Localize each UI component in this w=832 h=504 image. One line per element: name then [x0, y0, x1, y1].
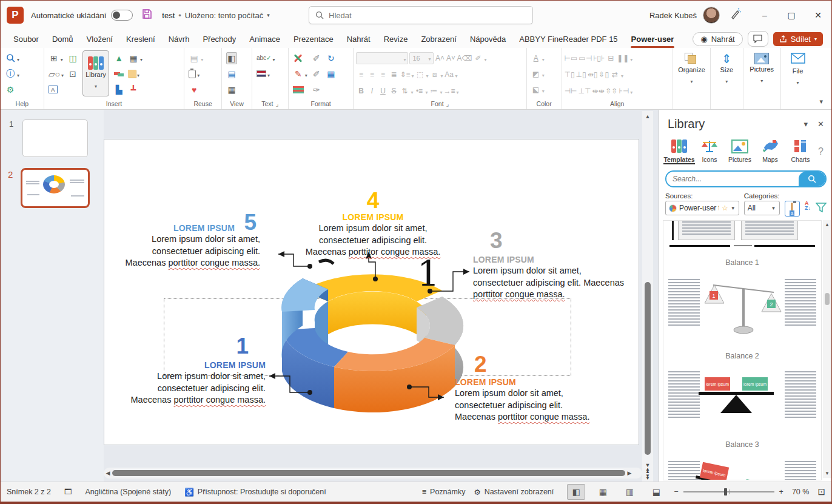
library-search-input[interactable]	[666, 172, 799, 186]
clear-format-icon[interactable]: A⌫	[457, 54, 472, 62]
stretch-width-icon[interactable]: ⇹▯	[588, 70, 598, 79]
chevron-down-icon[interactable]	[272, 53, 275, 64]
library-scrollbar[interactable]: ▲ ▼	[823, 220, 831, 478]
library-search-button[interactable]	[799, 172, 825, 186]
vertical-scroll-thumb[interactable]	[645, 282, 651, 455]
tab-napoveda[interactable]: Nápověda	[463, 32, 512, 47]
marker-icon[interactable]: ✎	[293, 68, 304, 80]
template-item-balance-3[interactable]: lorem ipsum lorem ipsum	[663, 455, 821, 480]
center-vertical-icon[interactable]: ⊟	[606, 54, 616, 62]
zoom-slider-track[interactable]	[683, 491, 774, 492]
tab-prezentace[interactable]: Prezentace	[287, 32, 340, 47]
big-number-label[interactable]: 1	[417, 256, 440, 291]
align-right-icon[interactable]: ≡	[378, 70, 387, 79]
chevron-down-icon[interactable]	[267, 69, 270, 79]
fill-color-icon[interactable]: ◩	[531, 70, 541, 78]
tab-soubor[interactable]: Soubor	[7, 32, 45, 47]
help-icon[interactable]: ?	[818, 146, 824, 157]
layers-icon[interactable]	[113, 68, 124, 80]
scroll-up-icon[interactable]: ▲	[643, 111, 652, 119]
font-size-dropdown[interactable]: 16	[409, 52, 434, 64]
display-settings-button[interactable]: ⚙Nastavení zobrazení	[474, 488, 554, 497]
zoom-level[interactable]: 70 %	[792, 488, 810, 496]
slide-thumbnail-1[interactable]	[22, 119, 88, 157]
slide-thumbnail-2[interactable]	[21, 168, 90, 208]
language-flag-icon[interactable]	[257, 70, 266, 77]
help-search-icon[interactable]	[5, 52, 16, 64]
stretch-height-icon[interactable]: ⇳▯	[599, 70, 609, 79]
align-top-icon[interactable]: ⊤▯	[565, 70, 575, 79]
chart-icon[interactable]: ▙	[113, 84, 124, 96]
tab-domu[interactable]: Domů	[45, 32, 80, 47]
align-bottom-icon[interactable]: ⊥▯	[576, 70, 586, 79]
template-item-balance-2[interactable]: lorem ipsum lorem ipsum	[663, 366, 821, 429]
dialog-launcher-icon[interactable]: ⌟	[275, 100, 278, 107]
justify-icon[interactable]: ≣	[389, 70, 398, 79]
comments-button[interactable]	[748, 31, 768, 47]
previous-slide-icon[interactable]: ▲▲	[645, 468, 650, 473]
align-middle-v-icon[interactable]: ⊥⊤	[578, 87, 591, 95]
scroll-right-icon[interactable]: ▶	[625, 470, 634, 476]
colored-table-icon[interactable]: ▦	[326, 68, 337, 80]
record-button[interactable]: ◉Nahrát	[693, 32, 742, 46]
stamp-icon[interactable]: ┻	[128, 84, 139, 96]
size-button[interactable]: ⇕ Size	[713, 50, 740, 86]
match-height-icon[interactable]: ⇳⇳	[605, 87, 617, 95]
normal-view-button[interactable]: ◧	[567, 484, 585, 500]
pen-strike-icon[interactable]: ✐	[311, 68, 322, 80]
zoom-out-icon[interactable]: −	[674, 488, 678, 496]
chevron-down-icon[interactable]	[17, 53, 19, 64]
change-case-icon[interactable]: Aa	[445, 70, 454, 79]
tab-revize[interactable]: Revize	[377, 32, 415, 47]
organize-button[interactable]: Organize	[676, 50, 708, 86]
autosave-toggle[interactable]	[111, 10, 133, 21]
banner-view-icon[interactable]: ▤	[226, 68, 237, 80]
scroll-up-icon[interactable]: ▲	[823, 220, 831, 227]
pyramid-icon[interactable]: ▲	[113, 52, 124, 64]
horizontal-scrollbar[interactable]: ◀ ▶	[104, 468, 642, 479]
text-block-5[interactable]: 5 LOREM IPSUM Lorem ipsum dolor sit amet…	[110, 211, 260, 269]
spellcheck-icon[interactable]: abc✓	[257, 52, 272, 64]
maximize-button[interactable]: ▢	[778, 3, 805, 27]
scroll-down-icon[interactable]: ▼	[823, 471, 831, 478]
zoom-in-icon[interactable]: +	[779, 488, 783, 496]
text-block-3[interactable]: 3 LOREM IPSUM Lorem ipsum dolor sit amet…	[473, 229, 625, 300]
tab-animace[interactable]: Animace	[243, 32, 287, 47]
table-icon[interactable]: ▦	[128, 52, 139, 64]
tools-icon[interactable]	[293, 53, 303, 63]
shapes-icon[interactable]: ▱○	[49, 68, 60, 80]
sources-dropdown[interactable]: Power-user t ☆ ▼	[665, 201, 739, 215]
chevron-down-icon[interactable]	[140, 53, 143, 64]
numbered-list-icon[interactable]: ≔	[429, 87, 439, 95]
sticky-note-icon[interactable]	[128, 70, 136, 78]
text-box-icon[interactable]: A	[49, 86, 58, 93]
slide-indicator[interactable]: Snímek 2 z 2	[7, 488, 51, 496]
align-middle-h-icon[interactable]: ⊣⊢	[565, 87, 577, 95]
slide-canvas[interactable]: 5 LOREM IPSUM Lorem ipsum dolor sit amet…	[104, 139, 639, 445]
font-name-dropdown[interactable]	[356, 52, 408, 64]
template-item-partial[interactable]	[663, 221, 821, 252]
chevron-down-icon[interactable]	[17, 69, 19, 79]
tab-power-user[interactable]: Power-user	[625, 32, 681, 47]
duplicate-slide-icon[interactable]: ◫	[67, 52, 78, 64]
fit-to-window-icon[interactable]: ⊡	[817, 486, 825, 497]
indent-icon[interactable]: →≡	[444, 87, 455, 95]
chevron-down-icon[interactable]	[305, 69, 307, 79]
swap-icon[interactable]: ⇄	[610, 70, 620, 79]
center-horizontal-icon[interactable]: ⊦▯⊦	[593, 54, 605, 62]
slideshow-view-button[interactable]: ⬓	[647, 484, 665, 500]
tab-abbyy[interactable]: ABBYY FineReader PDF 15	[512, 32, 624, 47]
text-fit-icon[interactable]: ⧈	[430, 70, 440, 79]
accessibility-status[interactable]: ♿Přístupnost: Prostudujte si doporučení	[184, 488, 326, 497]
minimize-button[interactable]: –	[751, 3, 778, 27]
underline-icon[interactable]: U	[378, 87, 387, 95]
ribbon-collapse[interactable]: ▾	[814, 48, 831, 109]
tab-nahrat[interactable]: Nahrát	[340, 32, 377, 47]
reading-view-button[interactable]: ▥	[620, 484, 639, 500]
grid-view-icon[interactable]: ▦	[226, 84, 237, 96]
slide-sorter-view-button[interactable]: ▦	[594, 484, 612, 500]
tab-kresleni[interactable]: Kreslení	[119, 32, 162, 47]
new-slide-icon[interactable]: ⊞	[49, 52, 59, 64]
scroll-left-icon[interactable]: ◀	[104, 470, 112, 476]
distribute-icon[interactable]: ❚❚	[617, 54, 629, 62]
